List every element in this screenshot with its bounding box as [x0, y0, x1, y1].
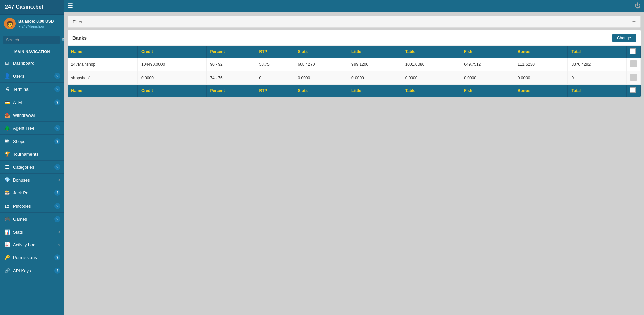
filter-label: Filter [73, 19, 83, 24]
sidebar-item-label: Pincodes [13, 204, 54, 209]
api-keys-badge[interactable]: ? [54, 268, 60, 274]
col-rtp: RTP [256, 46, 294, 58]
sidebar-item-label: Activity Log [13, 242, 58, 247]
bonuses-icon: 💎 [4, 177, 10, 183]
sidebar-item-label: Terminal [13, 87, 54, 92]
row-action-icon[interactable] [630, 74, 637, 81]
cell-slots: 0.0000 [294, 71, 348, 85]
header-checkbox[interactable] [630, 48, 636, 54]
cell-rtp: 0 [256, 71, 294, 85]
foot-total: Total [568, 85, 627, 97]
foot-table: Table [402, 85, 460, 97]
sidebar-item-label: Bonuses [13, 177, 58, 183]
footer-checkbox[interactable] [630, 87, 636, 93]
sidebar-item-tournaments[interactable]: 🏆 Tournaments [0, 148, 64, 161]
activity-log-icon: 📈 [4, 242, 10, 247]
sidebar-item-categories[interactable]: ☰ Categories ? [0, 161, 64, 174]
sidebar-item-activity-log[interactable]: 📈 Activity Log < [0, 238, 64, 251]
cell-little: 999.1200 [348, 58, 402, 71]
sidebar-item-withdrawal[interactable]: 📤 Withdrawal [0, 109, 64, 122]
foot-bonus: Bonus [514, 85, 568, 97]
cell-bonus: 0.0000 [514, 71, 568, 85]
sidebar-item-jackpot[interactable]: 🎰 Jack Pot ? [0, 186, 64, 200]
cell-credit: 104490.0000 [138, 58, 207, 71]
sidebar-item-dashboard[interactable]: ⊞ Dashboard [0, 57, 64, 69]
sidebar-item-users[interactable]: 👤 Users ? [0, 69, 64, 83]
pincodes-badge[interactable]: ? [54, 203, 60, 209]
col-name: Name [68, 46, 138, 58]
col-credit: Credit [138, 46, 207, 58]
banks-title: Banks [72, 35, 87, 41]
cell-total: 0 [568, 71, 627, 85]
user-balance: Balance: 0.00 USD [18, 19, 54, 24]
cell-slots: 608.4270 [294, 58, 348, 71]
sidebar-item-label: Tournaments [13, 152, 60, 157]
foot-name: Name [68, 85, 138, 97]
filter-plus-icon[interactable]: + [632, 19, 636, 25]
categories-badge[interactable]: ? [54, 164, 60, 170]
col-bonus: Bonus [514, 46, 568, 58]
sidebar-item-terminal[interactable]: 🖨 Terminal ? [0, 83, 64, 96]
col-total: Total [568, 46, 627, 58]
atm-icon: 💳 [4, 100, 10, 105]
terminal-badge[interactable]: ? [54, 86, 60, 92]
shops-badge[interactable]: ? [54, 138, 60, 144]
user-info-section: 🧑 Balance: 0.00 USD 247Mainshop [0, 15, 64, 33]
jackpot-badge[interactable]: ? [54, 190, 60, 196]
menu-icon[interactable]: ☰ [68, 2, 73, 9]
cell-action [627, 71, 641, 85]
sidebar-item-atm[interactable]: 💳 ATM ? [0, 96, 64, 109]
users-icon: 👤 [4, 73, 10, 79]
search-input[interactable] [3, 36, 60, 44]
cell-percent: 90 - 92 [207, 58, 256, 71]
sidebar-item-stats[interactable]: 📊 Stats < [0, 226, 64, 238]
sidebar-item-label: Games [13, 217, 54, 222]
terminal-icon: 🖨 [4, 86, 10, 92]
topbar-right: ⏻ [635, 2, 641, 9]
categories-icon: ☰ [4, 164, 10, 170]
sidebar-item-api-keys[interactable]: 🔗 API Keys ? [0, 264, 64, 277]
agent-tree-icon: 🌲 [4, 125, 10, 131]
cell-bonus: 111.5230 [514, 58, 568, 71]
banks-section: Banks Change Name Credit Percent RTP Slo… [68, 30, 641, 97]
sidebar-item-games[interactable]: 🎮 Games ? [0, 213, 64, 226]
col-percent: Percent [207, 46, 256, 58]
cell-table: 0.0000 [402, 71, 460, 85]
banks-table: Name Credit Percent RTP Slots Little Tab… [68, 46, 641, 97]
col-table: Table [402, 46, 460, 58]
agent-tree-badge[interactable]: ? [54, 125, 60, 131]
atm-badge[interactable]: ? [54, 99, 60, 105]
sidebar-item-shops[interactable]: 🏛 Shops ? [0, 135, 64, 148]
sidebar-item-bonuses[interactable]: 💎 Bonuses < [0, 174, 64, 186]
table-footer-row: Name Credit Percent RTP Slots Little Tab… [68, 85, 641, 97]
games-badge[interactable]: ? [54, 216, 60, 222]
sidebar-item-label: Users [13, 74, 54, 79]
search-button[interactable]: 🔍 [60, 36, 64, 44]
col-fish: Fish [460, 46, 514, 58]
app-title: 247 Casino.bet [0, 0, 64, 15]
table-header-row: Name Credit Percent RTP Slots Little Tab… [68, 46, 641, 58]
foot-percent: Percent [207, 85, 256, 97]
table-row: 247Mainshop 104490.0000 90 - 92 58.75 60… [68, 58, 641, 71]
games-icon: 🎮 [4, 216, 10, 222]
sidebar-item-agent-tree[interactable]: 🌲 Agent Tree ? [0, 122, 64, 135]
change-button[interactable]: Change [612, 34, 636, 42]
row-action-icon[interactable] [630, 60, 637, 67]
api-keys-icon: 🔗 [4, 268, 10, 273]
cell-table: 1001.6080 [402, 58, 460, 71]
topbar: ☰ ⏻ [64, 0, 644, 12]
sidebar-item-label: Withdrawal [13, 113, 60, 118]
content-area: Filter + Banks Change Name Credit Percen… [64, 12, 644, 315]
sidebar-item-label: Stats [13, 230, 58, 235]
col-slots: Slots [294, 46, 348, 58]
cell-fish: 649.7512 [460, 58, 514, 71]
power-button[interactable]: ⏻ [635, 2, 641, 9]
pincodes-icon: 🗂 [4, 203, 10, 209]
permissions-badge[interactable]: ? [54, 254, 60, 260]
sidebar-item-permissions[interactable]: 🔑 Permissions ? [0, 251, 64, 264]
sidebar-item-pincodes[interactable]: 🗂 Pincodes ? [0, 200, 64, 213]
sidebar-item-label: Agent Tree [13, 126, 54, 131]
col-checkbox [627, 46, 641, 58]
cell-rtp: 58.75 [256, 58, 294, 71]
users-badge[interactable]: ? [54, 73, 60, 79]
